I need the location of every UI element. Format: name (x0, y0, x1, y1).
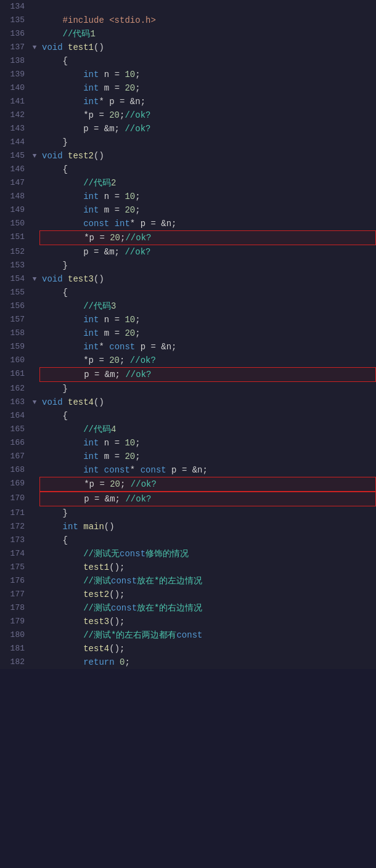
fold-gutter[interactable] (30, 259, 39, 272)
line-content: int n = 10; (39, 68, 376, 81)
code-line: 169 *p = 20; //ok? (0, 477, 376, 492)
code-line: 181 test4(); (0, 642, 376, 655)
line-content: *p = 20; //ok? (39, 354, 376, 367)
fold-gutter[interactable]: ▼ (30, 149, 39, 163)
line-number: 161 (0, 367, 30, 382)
code-line: 180 //测试*的左右两边都有const (0, 628, 376, 642)
fold-gutter[interactable] (30, 642, 39, 655)
fold-gutter[interactable] (30, 533, 39, 547)
line-content: //代码4 (39, 423, 376, 436)
line-number: 155 (0, 286, 30, 299)
fold-gutter[interactable] (30, 95, 39, 108)
line-content: int main() (39, 520, 376, 533)
code-line: 134 (0, 0, 376, 14)
fold-gutter[interactable] (30, 286, 39, 299)
fold-gutter[interactable] (30, 615, 39, 628)
code-line: 153 } (0, 259, 376, 272)
fold-gutter[interactable] (30, 203, 39, 217)
line-number: 178 (0, 601, 30, 615)
fold-gutter[interactable] (30, 492, 39, 506)
fold-gutter[interactable] (30, 0, 39, 14)
code-line: 174 //测试无const修饰的情况 (0, 547, 376, 561)
code-line: 152 p = &m; //ok? (0, 245, 376, 259)
line-content: //测试const放在*的右边情况 (39, 601, 376, 615)
line-content: } (39, 136, 376, 149)
code-line: 155 { (0, 286, 376, 299)
fold-gutter[interactable] (30, 54, 39, 68)
fold-gutter[interactable] (30, 27, 39, 41)
fold-gutter[interactable] (30, 122, 39, 136)
code-line: 150 const int* p = &n; (0, 217, 376, 230)
fold-gutter[interactable] (30, 409, 39, 423)
fold-gutter[interactable] (30, 547, 39, 561)
line-content: } (39, 259, 376, 272)
fold-gutter[interactable] (30, 245, 39, 259)
line-content: //代码2 (39, 176, 376, 190)
fold-gutter[interactable] (30, 108, 39, 122)
line-number: 135 (0, 14, 30, 27)
code-line: 182 return 0; (0, 655, 376, 669)
fold-gutter[interactable]: ▼ (30, 272, 39, 286)
fold-gutter[interactable] (30, 136, 39, 149)
code-line: 170 p = &m; //ok? (0, 492, 376, 506)
line-number: 179 (0, 615, 30, 628)
fold-gutter[interactable] (30, 230, 39, 245)
line-content: p = &m; //ok? (39, 367, 376, 382)
code-line: 144 } (0, 136, 376, 149)
fold-gutter[interactable] (30, 628, 39, 642)
fold-gutter[interactable] (30, 601, 39, 615)
fold-gutter[interactable] (30, 574, 39, 588)
fold-gutter[interactable] (30, 81, 39, 95)
fold-gutter[interactable] (30, 506, 39, 520)
code-line: 148 int n = 10; (0, 190, 376, 203)
fold-gutter[interactable] (30, 14, 39, 27)
fold-gutter[interactable] (30, 354, 39, 367)
fold-gutter[interactable] (30, 561, 39, 574)
fold-gutter[interactable] (30, 327, 39, 340)
fold-gutter[interactable] (30, 463, 39, 477)
fold-gutter[interactable] (30, 520, 39, 533)
code-line: 160 *p = 20; //ok? (0, 354, 376, 367)
code-line: 141 int* p = &n; (0, 95, 376, 108)
fold-gutter[interactable] (30, 68, 39, 81)
fold-gutter[interactable] (30, 163, 39, 176)
line-number: 168 (0, 463, 30, 477)
fold-gutter[interactable] (30, 450, 39, 463)
line-content: void test4() (39, 395, 376, 409)
fold-gutter[interactable] (30, 367, 39, 382)
fold-gutter[interactable] (30, 217, 39, 230)
fold-gutter[interactable] (30, 176, 39, 190)
line-number: 156 (0, 299, 30, 313)
fold-gutter[interactable] (30, 313, 39, 327)
line-number: 151 (0, 230, 30, 245)
line-number: 140 (0, 81, 30, 95)
fold-gutter[interactable]: ▼ (30, 395, 39, 409)
fold-gutter[interactable] (30, 299, 39, 313)
line-content: int m = 20; (39, 327, 376, 340)
line-content: { (39, 409, 376, 423)
line-number: 169 (0, 477, 30, 492)
line-number: 177 (0, 588, 30, 601)
line-content: //代码3 (39, 299, 376, 313)
line-content: const int* p = &n; (39, 217, 376, 230)
line-content: { (39, 286, 376, 299)
line-content: *p = 20;//ok? (39, 230, 376, 245)
fold-gutter[interactable] (30, 382, 39, 395)
line-number: 163 (0, 395, 30, 409)
fold-gutter[interactable] (30, 588, 39, 601)
line-content: int const* const p = &n; (39, 463, 376, 477)
line-content: //测试const放在*的左边情况 (39, 574, 376, 588)
fold-gutter[interactable] (30, 436, 39, 450)
line-content: } (39, 506, 376, 520)
fold-gutter[interactable] (30, 340, 39, 354)
line-number: 166 (0, 436, 30, 450)
fold-gutter[interactable]: ▼ (30, 41, 39, 54)
fold-gutter[interactable] (30, 190, 39, 203)
line-content: //测试*的左右两边都有const (39, 628, 376, 642)
fold-gutter[interactable] (30, 655, 39, 669)
line-content: int m = 20; (39, 450, 376, 463)
fold-gutter[interactable] (30, 477, 39, 492)
line-content: void test3() (39, 272, 376, 286)
fold-gutter[interactable] (30, 423, 39, 436)
line-number: 149 (0, 203, 30, 217)
